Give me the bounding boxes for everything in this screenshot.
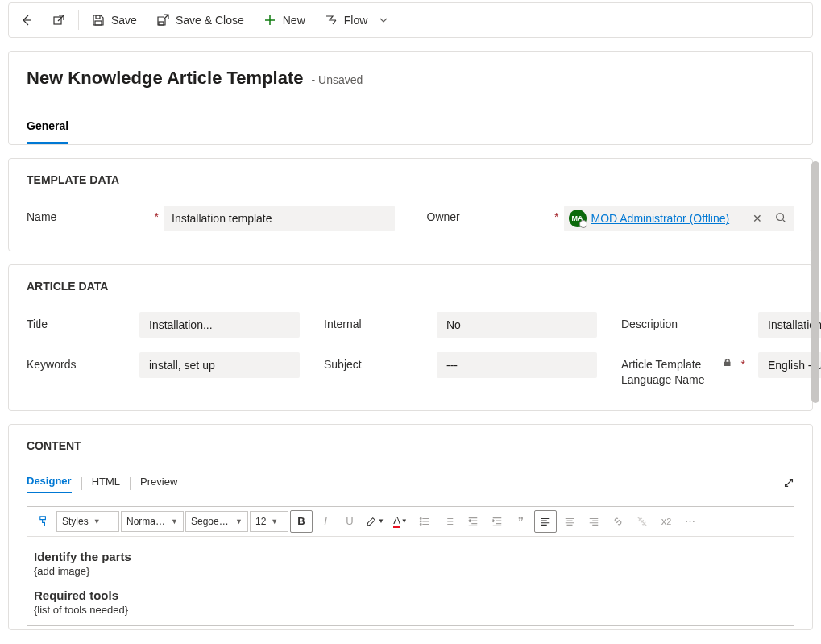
- content-heading: Required tools: [34, 588, 787, 602]
- outdent-button[interactable]: [462, 510, 484, 533]
- link-button[interactable]: [607, 510, 629, 533]
- keywords-input[interactable]: [139, 352, 300, 378]
- clear-owner-button[interactable]: ✕: [748, 212, 767, 225]
- font-color-button[interactable]: A▼: [389, 510, 412, 533]
- title-input[interactable]: [139, 312, 300, 338]
- subject-input[interactable]: [437, 352, 597, 378]
- arrow-left-icon: [20, 14, 33, 27]
- tab-preview[interactable]: Preview: [140, 476, 177, 492]
- owner-link[interactable]: MOD Administrator (Offline): [591, 212, 744, 225]
- unlink-button[interactable]: [631, 510, 653, 533]
- save-close-icon: [156, 14, 169, 27]
- save-button[interactable]: Save: [82, 4, 147, 36]
- align-center-button[interactable]: [558, 510, 581, 533]
- chevron-down-icon: [377, 14, 390, 27]
- flow-label: Flow: [344, 14, 368, 27]
- flow-icon: [325, 14, 338, 27]
- editor-toolbar: Styles▼ Normal (...▼ Segoe UI▼ 12▼ B I U…: [27, 506, 794, 537]
- svg-rect-1: [95, 21, 102, 25]
- tab-general[interactable]: General: [27, 119, 68, 144]
- section-title: TEMPLATE DATA: [9, 159, 812, 186]
- template-data-section: TEMPLATE DATA Name* Owner* MA MOD Admini…: [8, 158, 813, 251]
- content-paragraph: {add image}: [34, 565, 787, 577]
- name-label: Name*: [27, 206, 164, 223]
- language-label: Article Template Language Name*🔒︎: [621, 352, 750, 388]
- save-close-label: Save & Close: [176, 14, 244, 27]
- indent-button[interactable]: [486, 510, 508, 533]
- svg-point-4: [777, 213, 784, 220]
- owner-lookup[interactable]: MA MOD Administrator (Offline) ✕: [564, 206, 795, 231]
- article-data-section: ARTICLE DATA Title Internal Description …: [8, 264, 813, 411]
- save-label: Save: [111, 14, 137, 27]
- flow-button[interactable]: Flow: [315, 4, 400, 36]
- align-right-button[interactable]: [583, 510, 605, 533]
- subject-label: Subject: [324, 352, 429, 372]
- italic-button[interactable]: I: [314, 510, 337, 533]
- save-close-button[interactable]: Save & Close: [147, 4, 254, 36]
- quote-button[interactable]: ❞: [510, 510, 533, 533]
- superscript-button[interactable]: x2: [655, 510, 678, 533]
- content-paragraph: {list of tools needed}: [34, 604, 787, 616]
- svg-point-6: [420, 521, 421, 522]
- format-dropdown[interactable]: Normal (...▼: [121, 511, 184, 532]
- header-card: New Knowledge Article Template - Unsaved…: [8, 51, 813, 145]
- svg-point-7: [420, 523, 421, 525]
- page-title: New Knowledge Article Template: [27, 68, 304, 89]
- lock-icon: 🔒︎: [723, 356, 732, 369]
- scroll-thumb[interactable]: [811, 161, 819, 403]
- avatar: MA: [569, 210, 587, 227]
- internal-label: Internal: [324, 312, 429, 332]
- highlight-button[interactable]: ▼: [363, 510, 388, 533]
- form-tabs: General: [27, 119, 794, 144]
- new-button[interactable]: New: [254, 4, 315, 36]
- content-heading: Identify the parts: [34, 550, 787, 563]
- internal-input[interactable]: [437, 312, 597, 338]
- svg-point-5: [420, 517, 421, 519]
- popout-icon: [52, 14, 65, 27]
- section-title: CONTENT: [9, 425, 812, 452]
- underline-button[interactable]: U: [338, 510, 361, 533]
- styles-dropdown[interactable]: Styles▼: [56, 511, 119, 532]
- size-dropdown[interactable]: 12▼: [250, 511, 288, 532]
- bullet-list-button[interactable]: [413, 510, 436, 533]
- svg-rect-2: [96, 15, 100, 19]
- new-label: New: [283, 14, 305, 27]
- separator: [78, 10, 79, 30]
- number-list-button[interactable]: [437, 510, 460, 533]
- search-icon[interactable]: [772, 212, 790, 226]
- title-label: Title: [27, 312, 131, 332]
- open-new-window-button[interactable]: [43, 4, 75, 36]
- plus-icon: [263, 14, 276, 27]
- save-status: - Unsaved: [312, 73, 363, 86]
- font-dropdown[interactable]: Segoe UI▼: [185, 511, 248, 532]
- description-label: Description: [621, 312, 750, 332]
- expand-button[interactable]: [783, 477, 794, 491]
- format-painter-button[interactable]: [32, 510, 55, 533]
- back-button[interactable]: [10, 4, 43, 36]
- tab-html[interactable]: HTML: [92, 476, 120, 492]
- owner-label: Owner*: [427, 206, 564, 223]
- save-icon: [92, 14, 105, 27]
- editor-body[interactable]: Identify the parts {add image} Required …: [27, 537, 794, 626]
- name-input[interactable]: [164, 206, 395, 231]
- scrollbar[interactable]: [810, 48, 821, 637]
- tab-designer[interactable]: Designer: [27, 475, 72, 493]
- bold-button[interactable]: B: [290, 510, 313, 533]
- align-left-button[interactable]: [534, 510, 557, 533]
- section-title: ARTICLE DATA: [9, 265, 812, 293]
- svg-rect-0: [54, 17, 61, 24]
- command-bar: Save Save & Close New Flow: [8, 2, 813, 38]
- content-section: CONTENT Designer HTML Preview Styles▼ No…: [8, 424, 813, 630]
- more-button[interactable]: ⋯: [679, 510, 702, 533]
- keywords-label: Keywords: [27, 352, 131, 372]
